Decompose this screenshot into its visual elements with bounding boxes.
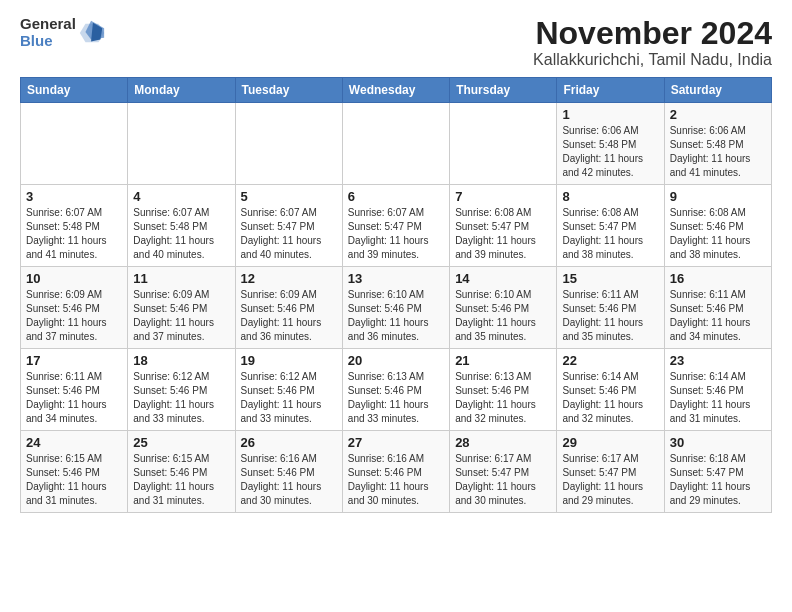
calendar-cell: 7Sunrise: 6:08 AM Sunset: 5:47 PM Daylig… [450, 185, 557, 267]
day-info: Sunrise: 6:09 AM Sunset: 5:46 PM Dayligh… [241, 288, 337, 344]
day-info: Sunrise: 6:09 AM Sunset: 5:46 PM Dayligh… [133, 288, 229, 344]
day-number: 28 [455, 435, 551, 450]
calendar-cell: 11Sunrise: 6:09 AM Sunset: 5:46 PM Dayli… [128, 267, 235, 349]
calendar-cell: 22Sunrise: 6:14 AM Sunset: 5:46 PM Dayli… [557, 349, 664, 431]
calendar-cell: 20Sunrise: 6:13 AM Sunset: 5:46 PM Dayli… [342, 349, 449, 431]
header-day-monday: Monday [128, 78, 235, 103]
header-day-sunday: Sunday [21, 78, 128, 103]
day-number: 7 [455, 189, 551, 204]
calendar-cell: 26Sunrise: 6:16 AM Sunset: 5:46 PM Dayli… [235, 431, 342, 513]
calendar-cell: 16Sunrise: 6:11 AM Sunset: 5:46 PM Dayli… [664, 267, 771, 349]
calendar-week-row: 24Sunrise: 6:15 AM Sunset: 5:46 PM Dayli… [21, 431, 772, 513]
day-info: Sunrise: 6:07 AM Sunset: 5:48 PM Dayligh… [133, 206, 229, 262]
day-number: 2 [670, 107, 766, 122]
day-info: Sunrise: 6:17 AM Sunset: 5:47 PM Dayligh… [562, 452, 658, 508]
header-day-tuesday: Tuesday [235, 78, 342, 103]
calendar-cell: 4Sunrise: 6:07 AM Sunset: 5:48 PM Daylig… [128, 185, 235, 267]
day-info: Sunrise: 6:15 AM Sunset: 5:46 PM Dayligh… [26, 452, 122, 508]
calendar-cell: 3Sunrise: 6:07 AM Sunset: 5:48 PM Daylig… [21, 185, 128, 267]
calendar-cell: 23Sunrise: 6:14 AM Sunset: 5:46 PM Dayli… [664, 349, 771, 431]
calendar-cell: 13Sunrise: 6:10 AM Sunset: 5:46 PM Dayli… [342, 267, 449, 349]
calendar-cell: 6Sunrise: 6:07 AM Sunset: 5:47 PM Daylig… [342, 185, 449, 267]
day-number: 6 [348, 189, 444, 204]
day-number: 21 [455, 353, 551, 368]
logo-general: General [20, 16, 76, 33]
day-number: 15 [562, 271, 658, 286]
day-info: Sunrise: 6:07 AM Sunset: 5:47 PM Dayligh… [241, 206, 337, 262]
day-info: Sunrise: 6:08 AM Sunset: 5:47 PM Dayligh… [455, 206, 551, 262]
header-day-wednesday: Wednesday [342, 78, 449, 103]
calendar-cell: 17Sunrise: 6:11 AM Sunset: 5:46 PM Dayli… [21, 349, 128, 431]
calendar-cell [235, 103, 342, 185]
day-info: Sunrise: 6:06 AM Sunset: 5:48 PM Dayligh… [562, 124, 658, 180]
day-number: 24 [26, 435, 122, 450]
calendar-cell: 14Sunrise: 6:10 AM Sunset: 5:46 PM Dayli… [450, 267, 557, 349]
day-info: Sunrise: 6:11 AM Sunset: 5:46 PM Dayligh… [670, 288, 766, 344]
logo: General Blue [20, 16, 106, 49]
day-info: Sunrise: 6:16 AM Sunset: 5:46 PM Dayligh… [348, 452, 444, 508]
day-info: Sunrise: 6:08 AM Sunset: 5:47 PM Dayligh… [562, 206, 658, 262]
day-number: 9 [670, 189, 766, 204]
calendar-cell: 24Sunrise: 6:15 AM Sunset: 5:46 PM Dayli… [21, 431, 128, 513]
calendar-cell: 25Sunrise: 6:15 AM Sunset: 5:46 PM Dayli… [128, 431, 235, 513]
day-info: Sunrise: 6:09 AM Sunset: 5:46 PM Dayligh… [26, 288, 122, 344]
calendar-cell: 27Sunrise: 6:16 AM Sunset: 5:46 PM Dayli… [342, 431, 449, 513]
day-number: 3 [26, 189, 122, 204]
header-day-saturday: Saturday [664, 78, 771, 103]
day-number: 11 [133, 271, 229, 286]
top-row: General Blue November 2024 Kallakkurichc… [20, 16, 772, 69]
day-number: 26 [241, 435, 337, 450]
calendar-cell: 19Sunrise: 6:12 AM Sunset: 5:46 PM Dayli… [235, 349, 342, 431]
calendar-cell: 1Sunrise: 6:06 AM Sunset: 5:48 PM Daylig… [557, 103, 664, 185]
header-day-friday: Friday [557, 78, 664, 103]
day-number: 1 [562, 107, 658, 122]
day-info: Sunrise: 6:08 AM Sunset: 5:46 PM Dayligh… [670, 206, 766, 262]
calendar-table: SundayMondayTuesdayWednesdayThursdayFrid… [20, 77, 772, 513]
calendar-body: 1Sunrise: 6:06 AM Sunset: 5:48 PM Daylig… [21, 103, 772, 513]
calendar-cell: 18Sunrise: 6:12 AM Sunset: 5:46 PM Dayli… [128, 349, 235, 431]
location-title: Kallakkurichchi, Tamil Nadu, India [533, 51, 772, 69]
calendar-header-row: SundayMondayTuesdayWednesdayThursdayFrid… [21, 78, 772, 103]
day-info: Sunrise: 6:06 AM Sunset: 5:48 PM Dayligh… [670, 124, 766, 180]
logo-wordmark: General Blue [20, 16, 76, 49]
day-number: 16 [670, 271, 766, 286]
calendar-cell: 28Sunrise: 6:17 AM Sunset: 5:47 PM Dayli… [450, 431, 557, 513]
day-number: 14 [455, 271, 551, 286]
day-info: Sunrise: 6:10 AM Sunset: 5:46 PM Dayligh… [455, 288, 551, 344]
day-number: 17 [26, 353, 122, 368]
day-info: Sunrise: 6:14 AM Sunset: 5:46 PM Dayligh… [670, 370, 766, 426]
calendar-cell: 29Sunrise: 6:17 AM Sunset: 5:47 PM Dayli… [557, 431, 664, 513]
day-number: 23 [670, 353, 766, 368]
day-number: 29 [562, 435, 658, 450]
calendar-cell: 12Sunrise: 6:09 AM Sunset: 5:46 PM Dayli… [235, 267, 342, 349]
calendar-cell: 5Sunrise: 6:07 AM Sunset: 5:47 PM Daylig… [235, 185, 342, 267]
calendar-cell: 9Sunrise: 6:08 AM Sunset: 5:46 PM Daylig… [664, 185, 771, 267]
header-day-thursday: Thursday [450, 78, 557, 103]
day-number: 5 [241, 189, 337, 204]
calendar-week-row: 17Sunrise: 6:11 AM Sunset: 5:46 PM Dayli… [21, 349, 772, 431]
day-info: Sunrise: 6:13 AM Sunset: 5:46 PM Dayligh… [348, 370, 444, 426]
day-number: 10 [26, 271, 122, 286]
calendar-cell: 30Sunrise: 6:18 AM Sunset: 5:47 PM Dayli… [664, 431, 771, 513]
calendar-cell: 2Sunrise: 6:06 AM Sunset: 5:48 PM Daylig… [664, 103, 771, 185]
day-info: Sunrise: 6:11 AM Sunset: 5:46 PM Dayligh… [562, 288, 658, 344]
calendar-cell: 21Sunrise: 6:13 AM Sunset: 5:46 PM Dayli… [450, 349, 557, 431]
day-number: 27 [348, 435, 444, 450]
day-number: 12 [241, 271, 337, 286]
calendar-cell [128, 103, 235, 185]
day-info: Sunrise: 6:11 AM Sunset: 5:46 PM Dayligh… [26, 370, 122, 426]
header-right: November 2024 Kallakkurichchi, Tamil Nad… [533, 16, 772, 69]
logo-text: General Blue [20, 16, 106, 49]
day-number: 19 [241, 353, 337, 368]
day-number: 20 [348, 353, 444, 368]
day-number: 22 [562, 353, 658, 368]
day-info: Sunrise: 6:07 AM Sunset: 5:48 PM Dayligh… [26, 206, 122, 262]
day-info: Sunrise: 6:12 AM Sunset: 5:46 PM Dayligh… [241, 370, 337, 426]
calendar-cell: 8Sunrise: 6:08 AM Sunset: 5:47 PM Daylig… [557, 185, 664, 267]
day-info: Sunrise: 6:17 AM Sunset: 5:47 PM Dayligh… [455, 452, 551, 508]
day-info: Sunrise: 6:15 AM Sunset: 5:46 PM Dayligh… [133, 452, 229, 508]
calendar-week-row: 10Sunrise: 6:09 AM Sunset: 5:46 PM Dayli… [21, 267, 772, 349]
logo-blue: Blue [20, 33, 76, 50]
calendar-week-row: 1Sunrise: 6:06 AM Sunset: 5:48 PM Daylig… [21, 103, 772, 185]
calendar-week-row: 3Sunrise: 6:07 AM Sunset: 5:48 PM Daylig… [21, 185, 772, 267]
